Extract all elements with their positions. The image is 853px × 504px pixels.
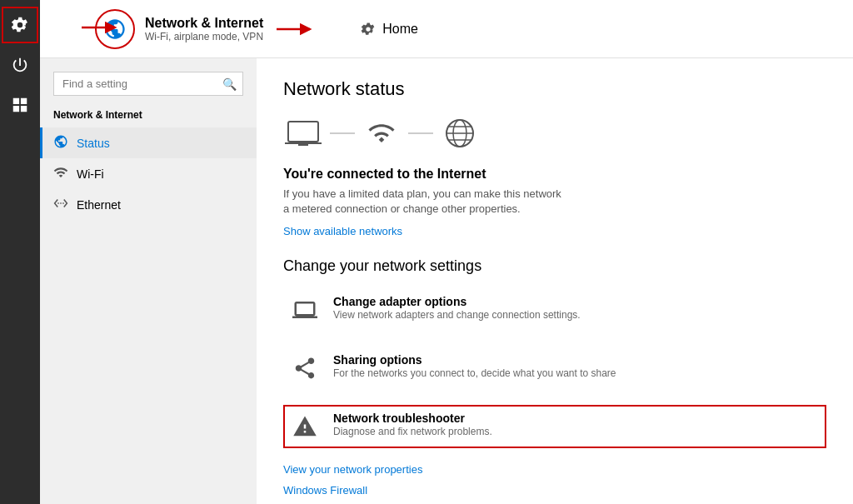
header-home[interactable]: Home bbox=[361, 22, 418, 37]
adapter-text: Change adapter options View network adap… bbox=[333, 295, 581, 322]
bottom-links: View your network properties Windows Fir… bbox=[283, 463, 826, 504]
laptop-icon bbox=[283, 117, 323, 150]
home-label: Home bbox=[382, 22, 418, 37]
troubleshooter-icon bbox=[290, 412, 320, 442]
adapter-icon bbox=[290, 295, 320, 325]
change-settings-title: Change your network settings bbox=[283, 257, 826, 275]
nav-item-ethernet-label: Ethernet bbox=[77, 198, 121, 212]
view-network-properties-link[interactable]: View your network properties bbox=[283, 463, 826, 476]
nav-item-wifi-label: Wi-Fi bbox=[77, 167, 104, 181]
network-diagram bbox=[283, 117, 826, 150]
header-title: Network & Internet bbox=[145, 16, 263, 31]
setting-item-troubleshooter[interactable]: Network troubleshooter Diagnose and fix … bbox=[283, 405, 826, 448]
search-input[interactable] bbox=[53, 72, 243, 96]
search-box: 🔍 bbox=[53, 72, 243, 96]
globe-icon bbox=[440, 117, 480, 150]
arrow-right-indicator bbox=[277, 22, 314, 37]
diagram-line-2 bbox=[408, 132, 433, 134]
troubleshooter-title: Network troubleshooter bbox=[333, 412, 492, 425]
status-icon bbox=[53, 134, 68, 152]
sidebar-item-start[interactable] bbox=[2, 87, 38, 123]
status-title: Network status bbox=[283, 78, 826, 100]
svg-rect-4 bbox=[298, 143, 308, 146]
adapter-desc: View network adapters and change connect… bbox=[333, 308, 581, 322]
adapter-title: Change adapter options bbox=[333, 295, 581, 308]
nav-section-title: Network & Internet bbox=[40, 109, 257, 127]
setting-item-adapter[interactable]: Change adapter options View network adap… bbox=[283, 288, 826, 332]
show-networks-link[interactable]: Show available networks bbox=[283, 225, 826, 237]
windows-firewall-link[interactable]: Windows Firewall bbox=[283, 484, 826, 497]
search-icon: 🔍 bbox=[222, 77, 237, 91]
header-bar: Network & Internet Wi-Fi, airplane mode,… bbox=[40, 0, 853, 58]
wifi-diagram-icon bbox=[362, 117, 402, 150]
arrow-left-indicator bbox=[82, 20, 119, 35]
nav-item-wifi[interactable]: Wi-Fi bbox=[40, 158, 257, 189]
svg-rect-2 bbox=[288, 122, 318, 142]
setting-item-sharing[interactable]: Sharing options For the networks you con… bbox=[283, 347, 826, 390]
nav-item-status-label: Status bbox=[77, 137, 110, 150]
header-subtitle: Wi-Fi, airplane mode, VPN bbox=[145, 31, 263, 42]
sharing-icon bbox=[290, 353, 320, 383]
sharing-text: Sharing options For the networks you con… bbox=[333, 353, 616, 381]
connected-desc: If you have a limited data plan, you can… bbox=[283, 187, 566, 217]
nav-item-ethernet[interactable]: Ethernet bbox=[40, 189, 257, 220]
main-content: Network & Internet Wi-Fi, airplane mode,… bbox=[40, 0, 853, 504]
sidebar-item-settings[interactable] bbox=[2, 7, 38, 43]
content-area: 🔍 Network & Internet Status bbox=[40, 58, 853, 504]
ethernet-icon bbox=[53, 196, 68, 213]
nav-panel: 🔍 Network & Internet Status bbox=[40, 58, 257, 504]
sidebar bbox=[0, 0, 40, 504]
sharing-desc: For the networks you connect to, decide … bbox=[333, 367, 616, 381]
connected-title: You're connected to the Internet bbox=[283, 167, 826, 182]
troubleshooter-desc: Diagnose and fix network problems. bbox=[333, 425, 492, 439]
nav-item-status[interactable]: Status bbox=[40, 127, 257, 158]
sharing-title: Sharing options bbox=[333, 353, 616, 367]
wifi-icon bbox=[53, 165, 68, 182]
status-panel: Network status bbox=[257, 58, 853, 504]
diagram-line-1 bbox=[330, 132, 355, 134]
troubleshooter-text: Network troubleshooter Diagnose and fix … bbox=[333, 412, 492, 439]
sidebar-item-power[interactable] bbox=[2, 47, 38, 83]
header-title-block: Network & Internet Wi-Fi, airplane mode,… bbox=[145, 16, 263, 42]
